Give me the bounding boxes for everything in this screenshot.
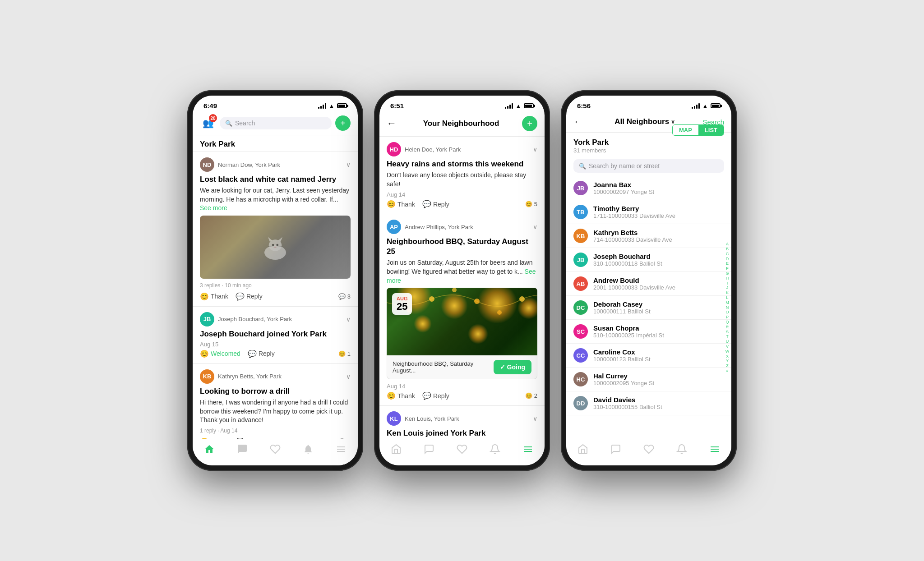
- chevron-down-2-3[interactable]: ∨: [533, 415, 537, 422]
- alpha-M[interactable]: M: [724, 300, 730, 305]
- neighbours-list[interactable]: JB Joanna Bax 10000002097 Yonge St TB Ti…: [566, 176, 731, 439]
- nav-chat-2[interactable]: [424, 444, 434, 455]
- neighbour-search-bar[interactable]: 🔍 Search by name or street: [573, 159, 724, 173]
- alpha-R[interactable]: R: [724, 325, 730, 330]
- thank-button-1[interactable]: 😊 Thank: [200, 292, 228, 301]
- search-bar-1[interactable]: 🔍 Search: [220, 117, 332, 129]
- add-post-button-2[interactable]: +: [522, 116, 537, 131]
- alpha-P[interactable]: P: [724, 315, 730, 320]
- chevron-down-2[interactable]: ∨: [346, 316, 351, 323]
- alpha-H[interactable]: H: [724, 276, 730, 281]
- reply-button-2-2[interactable]: 💬 Reply: [422, 391, 449, 400]
- nav-home-1[interactable]: [204, 444, 215, 455]
- nav-menu-3[interactable]: [709, 444, 720, 455]
- neighbour-row-6[interactable]: SC Susan Chopra 510-100000025 Impérial S…: [566, 320, 731, 344]
- post-card-2-1: HD Helen Doe, York Park ∨ Heavy rains an…: [379, 136, 545, 214]
- nav-menu-1[interactable]: [336, 444, 346, 455]
- alpha-L[interactable]: L: [724, 295, 730, 300]
- alpha-A[interactable]: A: [724, 242, 730, 247]
- alpha-T[interactable]: T: [724, 334, 730, 339]
- post-author-row-3: KB Kathryn Betts, York Park: [200, 369, 282, 384]
- search-icon-1: 🔍: [225, 120, 232, 127]
- alpha-Y[interactable]: Y: [724, 359, 730, 363]
- add-post-button[interactable]: +: [335, 115, 351, 131]
- nav-menu-2[interactable]: [522, 444, 533, 455]
- neighbour-row-3[interactable]: JB Joseph Bouchard 310-1000000118 Ballio…: [566, 248, 731, 272]
- post-title-2-3: Ken Louis joined York Park: [387, 428, 537, 438]
- nav-heart-3[interactable]: [643, 444, 654, 455]
- post-author-name-2-2: Andrew Phillips, York Park: [405, 224, 473, 230]
- nav-bell-3[interactable]: [676, 444, 687, 455]
- alpha-D[interactable]: D: [724, 257, 730, 262]
- nav-home-3[interactable]: [578, 444, 588, 455]
- alpha-B[interactable]: B: [724, 247, 730, 252]
- alpha-Z[interactable]: Z: [724, 363, 730, 368]
- nav-heart-1[interactable]: [270, 444, 281, 455]
- chevron-down-2-2[interactable]: ∨: [533, 223, 537, 230]
- status-bar-2: 6:51 ▲: [379, 96, 545, 111]
- neighbour-address-3: 310-1000000118 Balliol St: [593, 260, 724, 267]
- neighbour-row-4[interactable]: AB Andrew Bould 2001-100000033 Davisvill…: [566, 272, 731, 296]
- neighbour-row-1[interactable]: TB Timothy Berry 1711-100000033 Davisvil…: [566, 200, 731, 224]
- reply-button-2[interactable]: 💬 Reply: [248, 349, 275, 358]
- chevron-down-3[interactable]: ∨: [346, 373, 351, 380]
- alpha-Q[interactable]: Q: [724, 320, 730, 325]
- reply-button-1[interactable]: 💬 Reply: [236, 292, 263, 301]
- neighbour-name-9: David Davies: [593, 396, 724, 404]
- post-author-name-1: Norman Dow, York Park: [218, 161, 280, 168]
- alpha-X[interactable]: X: [724, 354, 730, 359]
- alpha-C[interactable]: C: [724, 252, 730, 257]
- alpha-O[interactable]: O: [724, 310, 730, 315]
- post-card-1: ND Norman Dow, York Park ∨ Lost black an…: [193, 152, 358, 306]
- list-toggle-btn[interactable]: LIST: [698, 125, 724, 135]
- neighbour-row-2[interactable]: KB Kathryn Betts 714-100000033 Davisvill…: [566, 224, 731, 248]
- welcomed-button[interactable]: 😊 Welcomed: [200, 349, 240, 358]
- status-time-1: 6:49: [203, 102, 217, 110]
- chevron-down-1[interactable]: ∨: [346, 161, 351, 168]
- location-members: 31 members: [573, 147, 724, 154]
- neighbour-row-7[interactable]: CC Caroline Cox 1000000123 Balliol St: [566, 344, 731, 368]
- feed-scroll-2[interactable]: HD Helen Doe, York Park ∨ Heavy rains an…: [379, 136, 545, 439]
- alpha-J[interactable]: J: [724, 285, 730, 290]
- reply-button-2-1[interactable]: 💬 Reply: [422, 200, 449, 208]
- alpha-E[interactable]: E: [724, 261, 730, 266]
- alpha-G[interactable]: G: [724, 271, 730, 276]
- alpha-I[interactable]: I: [724, 281, 730, 286]
- chevron-down-2-1[interactable]: ∨: [533, 146, 537, 153]
- back-button-2[interactable]: ←: [387, 118, 397, 129]
- nav-chat-3[interactable]: [610, 444, 621, 455]
- nav-bell-2[interactable]: [490, 444, 500, 455]
- post-author-row-2-3: KL Ken Louis, York Park: [387, 411, 459, 426]
- alpha-S[interactable]: S: [724, 330, 730, 335]
- nav-home-2[interactable]: [391, 444, 402, 455]
- alpha-V[interactable]: V: [724, 344, 730, 349]
- neighbour-info-6: Susan Chopra 510-100000025 Impérial St: [593, 324, 724, 339]
- back-button-3[interactable]: ←: [573, 116, 583, 128]
- neighbour-info-9: David Davies 310-1000000155 Balliol St: [593, 396, 724, 410]
- alpha-hash[interactable]: #: [724, 368, 730, 373]
- nav-heart-2[interactable]: [457, 444, 467, 455]
- alpha-F[interactable]: F: [724, 266, 730, 271]
- alpha-K[interactable]: K: [724, 290, 730, 295]
- add-friends-button[interactable]: 👥 20: [200, 115, 216, 131]
- bottom-nav-1: [193, 439, 358, 465]
- thank-button-2-2[interactable]: 😊 Thank: [387, 391, 415, 400]
- see-more-1[interactable]: See more: [200, 204, 227, 212]
- neighbour-row-5[interactable]: DC Deborah Casey 1000000111 Balliol St: [566, 296, 731, 320]
- neighbour-row-9[interactable]: DD David Davies 310-1000000155 Balliol S…: [566, 391, 731, 415]
- neighbour-row-0[interactable]: JB Joanna Bax 10000002097 Yonge St: [566, 176, 731, 200]
- post-author-row-2-2: AP Andrew Phillips, York Park: [387, 220, 473, 234]
- emoji-count-2-1: 😊 5: [525, 201, 537, 207]
- nav-bell-1[interactable]: [303, 444, 314, 455]
- map-toggle-btn[interactable]: MAP: [673, 125, 698, 135]
- alpha-N[interactable]: N: [724, 305, 730, 310]
- thank-button-2-1[interactable]: 😊 Thank: [387, 200, 415, 208]
- neighbour-address-2: 714-100000033 Davisville Ave: [593, 236, 724, 243]
- feed-scroll-1[interactable]: ND Norman Dow, York Park ∨ Lost black an…: [193, 152, 358, 439]
- neighbour-row-8[interactable]: HC Hal Currey 10000002095 Yonge St: [566, 368, 731, 391]
- signal-bars-3: [692, 103, 700, 109]
- going-button[interactable]: ✓ Going: [494, 360, 531, 374]
- alpha-W[interactable]: W: [724, 349, 730, 354]
- alpha-U[interactable]: U: [724, 339, 730, 344]
- nav-chat-1[interactable]: [237, 444, 248, 455]
